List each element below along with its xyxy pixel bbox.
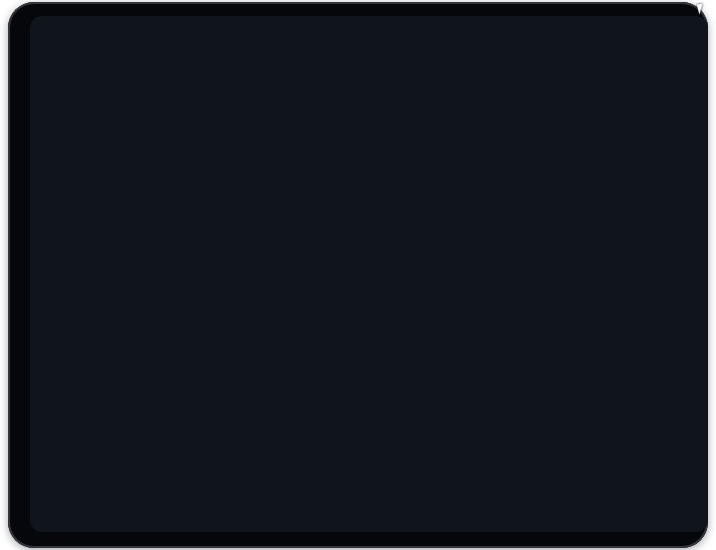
mouse-cursor xyxy=(697,3,705,14)
device-frame xyxy=(8,2,708,548)
app-window xyxy=(30,16,708,532)
screenshot-root xyxy=(0,0,716,550)
